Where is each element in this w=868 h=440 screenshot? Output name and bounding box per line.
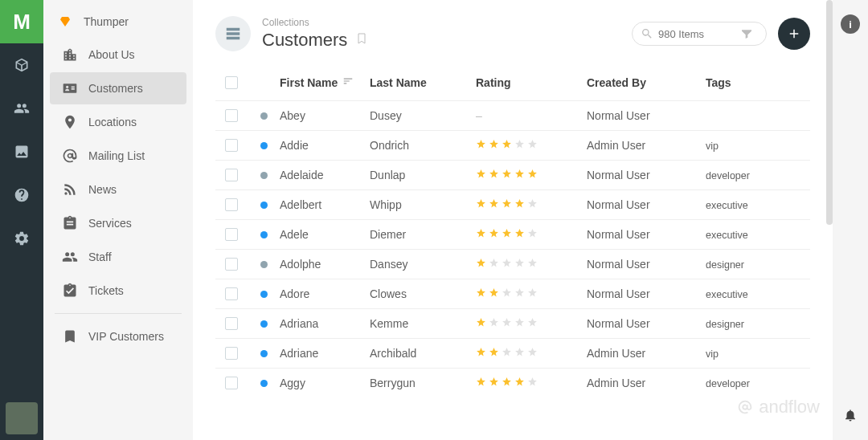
star-icon [476, 198, 486, 211]
cell-last-name: Clowes [370, 287, 476, 300]
diamond-icon [58, 14, 72, 29]
cell-last-name: Diemer [370, 228, 476, 241]
scrollbar[interactable] [826, 0, 833, 225]
sidebar-item-locations[interactable]: Locations [50, 106, 186, 138]
sidebar-item-about-us[interactable]: About Us [50, 39, 186, 71]
cell-created-by: Normal User [587, 109, 706, 122]
row-checkbox[interactable] [225, 169, 238, 181]
col-rating[interactable]: Rating [476, 76, 511, 89]
row-checkbox[interactable] [225, 109, 238, 122]
cell-tag: vip [706, 347, 800, 360]
star-icon [502, 347, 512, 360]
rail-cube-icon[interactable] [0, 43, 43, 87]
row-checkbox[interactable] [225, 228, 238, 241]
info-button[interactable]: i [841, 14, 860, 34]
table-row[interactable]: AdoreClowesNormal Userexecutive [215, 279, 810, 308]
bell-icon[interactable] [843, 408, 858, 426]
row-checkbox[interactable] [225, 139, 238, 152]
row-checkbox[interactable] [225, 377, 238, 389]
status-dot [260, 261, 268, 268]
user-avatar[interactable] [0, 397, 43, 440]
table-row[interactable]: AdeleDiemerNormal Userexecutive [215, 219, 810, 249]
sort-icon[interactable] [342, 75, 354, 89]
status-dot [260, 291, 268, 298]
sidebar-item-mailing-list[interactable]: Mailing List [50, 140, 186, 172]
cell-tag: designer [706, 258, 800, 271]
col-tags[interactable]: Tags [706, 76, 731, 89]
table-row[interactable]: AdelbertWhippNormal Userexecutive [215, 189, 810, 219]
id-card-icon [61, 79, 79, 97]
search-input[interactable] [658, 28, 740, 40]
row-checkbox[interactable] [225, 287, 238, 300]
bookmark-icon[interactable] [355, 32, 368, 48]
breadcrumb: Collections [262, 17, 632, 28]
sidebar-item-staff[interactable]: Staff [50, 241, 186, 273]
row-checkbox[interactable] [225, 258, 238, 271]
star-icon [476, 287, 486, 300]
star-icon [527, 169, 538, 181]
rating-stars [476, 139, 587, 152]
status-dot [260, 202, 268, 209]
star-icon [502, 139, 512, 152]
cell-last-name: Berrygun [370, 377, 476, 389]
rail-image-icon[interactable] [0, 130, 43, 173]
cell-last-name: Archibald [370, 347, 476, 360]
rail-people-icon[interactable] [0, 87, 43, 130]
sidebar-item-label: News [88, 183, 117, 196]
sidebar-item-label: Tickets [88, 284, 124, 297]
cell-last-name: Ondrich [370, 139, 476, 152]
sidebar-item-tickets[interactable]: Tickets [50, 275, 186, 307]
table-row[interactable]: AdolpheDanseyNormal Userdesigner [215, 249, 810, 279]
watermark: andflow [735, 397, 820, 418]
star-icon [476, 258, 486, 271]
rail-help-icon[interactable] [0, 173, 43, 217]
cell-created-by: Admin User [587, 377, 706, 389]
sidebar-item-news[interactable]: News [50, 173, 186, 206]
star-icon [514, 228, 525, 241]
table-row[interactable]: AggyBerrygunAdmin Userdeveloper [215, 368, 810, 397]
cell-created-by: Normal User [587, 317, 706, 330]
sidebar-item-vip-customers[interactable]: VIP Customers [50, 320, 186, 352]
row-checkbox[interactable] [225, 347, 238, 360]
cell-first-name: Adore [280, 287, 370, 300]
star-icon [489, 169, 499, 181]
add-button[interactable] [778, 18, 810, 50]
table-row[interactable]: AbeyDusey–Normal User [215, 100, 810, 130]
search-box[interactable] [632, 22, 767, 46]
row-checkbox[interactable] [225, 198, 238, 211]
aux-bar: i [833, 0, 868, 440]
bookmark-icon [61, 328, 79, 345]
col-created-by[interactable]: Created By [587, 76, 646, 89]
star-icon [502, 228, 512, 241]
rating-stars [476, 317, 587, 330]
sidebar-item-customers[interactable]: Customers [50, 72, 186, 104]
rail-settings-icon[interactable] [0, 217, 43, 260]
cell-first-name: Adolphe [280, 258, 370, 271]
sidebar-item-label: About Us [88, 48, 135, 61]
star-icon [514, 258, 525, 271]
rating-stars [476, 287, 587, 300]
col-first-name[interactable]: First Name [280, 76, 338, 89]
sidebar-item-services[interactable]: Services [50, 207, 186, 239]
icon-rail: M [0, 0, 43, 440]
workspace-header[interactable]: Thumper [43, 6, 193, 37]
sidebar-item-label: Staff [88, 251, 112, 263]
table-row[interactable]: AddieOndrichAdmin Uservip [215, 130, 810, 160]
table-row[interactable]: AdrianaKemmeNormal Userdesigner [215, 308, 810, 338]
table-row[interactable]: AdrianeArchibaldAdmin Uservip [215, 338, 810, 368]
star-icon [489, 139, 499, 152]
table-header: First Name Last Name Rating Created By T… [215, 67, 810, 100]
filter-icon[interactable] [740, 27, 758, 40]
row-checkbox[interactable] [225, 317, 238, 330]
table-row[interactable]: AdelaideDunlapNormal Userdeveloper [215, 160, 810, 189]
cell-tag: executive [706, 287, 800, 300]
cell-last-name: Dansey [370, 258, 476, 271]
col-last-name[interactable]: Last Name [370, 76, 427, 89]
cell-tag: executive [706, 228, 800, 241]
rating-stars [476, 377, 587, 389]
star-icon [527, 287, 538, 300]
city-icon [61, 46, 79, 63]
select-all-checkbox[interactable] [225, 76, 238, 89]
clipboard-icon [61, 214, 79, 232]
brand-logo[interactable]: M [0, 0, 43, 43]
